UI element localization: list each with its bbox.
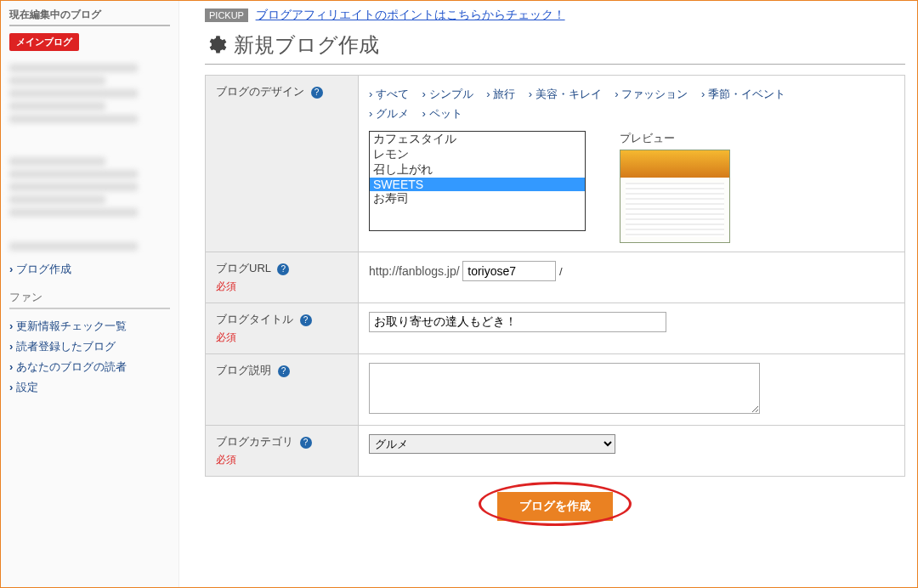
design-option[interactable]: カフェスタイル: [370, 132, 585, 147]
help-icon[interactable]: ?: [300, 437, 312, 449]
form-table: ブログのデザイン ? すべて シンプル 旅行 美容・キレイ ファッション 季節・…: [205, 75, 905, 477]
help-icon[interactable]: ?: [311, 87, 323, 99]
sidebar: 現在編集中のブログ メインブログ ブログ作成 ファン 更新情報チェック一覧 読者…: [1, 1, 179, 587]
page-title: 新規ブログ作成: [234, 31, 379, 59]
design-option[interactable]: 召し上がれ: [370, 162, 585, 178]
pickup-badge: PICKUP: [205, 8, 248, 22]
fan-link-registered[interactable]: 読者登録したブログ: [9, 336, 170, 357]
help-icon[interactable]: ?: [277, 263, 289, 275]
fan-link-readers[interactable]: あなたのブログの読者: [9, 357, 170, 377]
label-category: ブログカテゴリ ? 必須: [206, 425, 359, 476]
label-design: ブログのデザイン ?: [206, 76, 359, 252]
main-blog-badge: メインブログ: [9, 33, 79, 51]
preview-thumbnail: [620, 150, 730, 243]
fan-heading: ファン: [9, 290, 170, 309]
sidebar-blurred-info: [9, 64, 170, 251]
category-links: すべて シンプル 旅行 美容・キレイ ファッション 季節・イベント グルメ ペッ…: [369, 84, 894, 124]
cat-link[interactable]: すべて: [369, 84, 409, 104]
design-option[interactable]: お寿司: [370, 191, 585, 206]
cat-link[interactable]: 旅行: [486, 84, 515, 104]
url-suffix: /: [559, 265, 563, 278]
design-option[interactable]: レモン: [370, 147, 585, 162]
pickup-link[interactable]: ブログアフィリエイトのポイントはこちらからチェック！: [256, 8, 565, 21]
gear-icon: [205, 34, 227, 56]
label-title: ブログタイトル ? 必須: [206, 302, 359, 353]
design-option-selected[interactable]: SWEETS: [370, 178, 585, 191]
main-content: PICKUP ブログアフィリエイトのポイントはこちらからチェック！ 新規ブログ作…: [179, 1, 917, 587]
cat-link[interactable]: ファッション: [615, 84, 688, 104]
category-select[interactable]: グルメ: [369, 434, 615, 454]
cat-link[interactable]: ペット: [422, 104, 462, 123]
cat-link[interactable]: シンプル: [422, 84, 473, 104]
sidebar-heading: 現在編集中のブログ: [9, 8, 170, 26]
fan-link-updates[interactable]: 更新情報チェック一覧: [9, 316, 170, 336]
title-input[interactable]: [369, 312, 666, 332]
label-desc: ブログ説明 ?: [206, 353, 359, 425]
label-url: ブログURL ? 必須: [206, 252, 359, 302]
description-textarea[interactable]: [369, 363, 760, 414]
page-heading: 新規ブログ作成: [205, 31, 905, 65]
help-icon[interactable]: ?: [278, 365, 290, 377]
cat-link[interactable]: 季節・イベント: [701, 84, 785, 104]
url-prefix: http://fanblogs.jp/: [369, 264, 460, 278]
fan-links: 更新情報チェック一覧 読者登録したブログ あなたのブログの読者 設定: [9, 316, 170, 398]
design-list[interactable]: カフェスタイル レモン 召し上がれ SWEETS お寿司: [369, 131, 586, 231]
cat-link[interactable]: グルメ: [369, 104, 409, 123]
sidebar-link-create-blog[interactable]: ブログ作成: [9, 259, 170, 280]
preview-label: プレビュー: [620, 131, 730, 146]
url-input[interactable]: [462, 261, 556, 281]
fan-link-settings[interactable]: 設定: [9, 377, 170, 398]
cat-link[interactable]: 美容・キレイ: [529, 84, 602, 104]
help-icon[interactable]: ?: [300, 314, 312, 326]
create-blog-button[interactable]: ブログを作成: [497, 492, 613, 521]
